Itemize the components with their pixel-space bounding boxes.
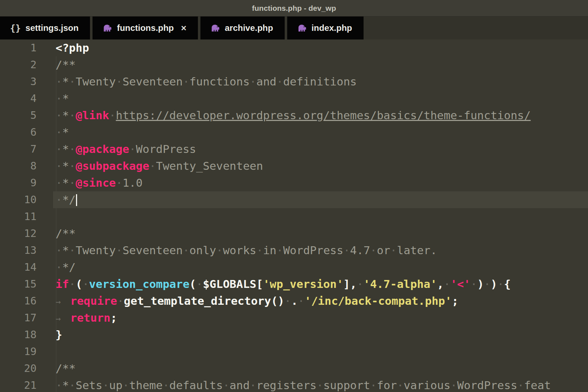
line-number: 7 bbox=[0, 141, 37, 158]
code-line-content[interactable] bbox=[53, 343, 588, 360]
line-number: 10 bbox=[0, 191, 37, 208]
line-number: 13 bbox=[0, 242, 37, 259]
code-line-7: 7·*·@package·WordPress bbox=[0, 141, 588, 158]
code-line-4: 4·* bbox=[0, 90, 588, 107]
code-line-content[interactable]: <?php bbox=[53, 39, 588, 56]
titlebar[interactable]: functions.php - dev_wp bbox=[0, 0, 588, 17]
code-line-12: 12/** bbox=[0, 225, 588, 242]
line-number: 6 bbox=[0, 124, 37, 141]
php-elephant-icon bbox=[103, 23, 113, 33]
code-line-6: 6·* bbox=[0, 124, 588, 141]
line-number: 14 bbox=[0, 259, 37, 276]
code-line-3: 3·*·Twenty·Seventeen·functions·and·defin… bbox=[0, 73, 588, 90]
line-number: 19 bbox=[0, 343, 37, 360]
code-line-content[interactable]: /** bbox=[53, 360, 588, 377]
line-number: 16 bbox=[0, 293, 37, 309]
close-tab-icon[interactable]: × bbox=[181, 23, 186, 33]
code-line-content[interactable]: ·*·Twenty·Seventeen·functions·and·defini… bbox=[53, 73, 588, 90]
line-number: 8 bbox=[0, 158, 37, 174]
tab-settings.json[interactable]: {}settings.json bbox=[0, 17, 90, 39]
code-line-11: 11 bbox=[0, 208, 588, 225]
line-number: 11 bbox=[0, 208, 37, 225]
line-number: 21 bbox=[0, 377, 37, 392]
tab-index.php[interactable]: index.php bbox=[287, 17, 364, 39]
tab-archive.php[interactable]: archive.php bbox=[200, 17, 285, 39]
code-line-content[interactable]: ·*/ bbox=[53, 259, 588, 276]
line-number: 4 bbox=[0, 90, 37, 107]
code-line-14: 14·*/ bbox=[0, 259, 588, 276]
code-line-content[interactable]: ·*·Twenty·Seventeen·only·works·in·WordPr… bbox=[53, 242, 588, 259]
braces-icon: {} bbox=[10, 23, 21, 33]
php-elephant-icon bbox=[297, 23, 307, 33]
line-number: 17 bbox=[0, 309, 37, 326]
code-lines: 1<?php2/**3·*·Twenty·Seventeen·functions… bbox=[0, 39, 588, 392]
tab-functions.php[interactable]: functions.php× bbox=[93, 17, 198, 39]
tab-bar: {}settings.jsonfunctions.php×archive.php… bbox=[0, 17, 588, 39]
code-line-content[interactable]: ·*·@link·https://developer.wordpress.org… bbox=[53, 107, 588, 124]
code-line-9: 9·*·@since·1.0 bbox=[0, 174, 588, 191]
php-elephant-icon bbox=[210, 23, 220, 33]
tab-label: archive.php bbox=[225, 23, 273, 33]
code-line-15: 15if·(·version_compare(·$GLOBALS['wp_ver… bbox=[0, 276, 588, 293]
editor-window: functions.php - dev_wp {}settings.jsonfu… bbox=[0, 0, 588, 392]
code-line-content[interactable]: ·*/ bbox=[53, 191, 588, 208]
code-line-content[interactable]: /** bbox=[53, 225, 588, 242]
window-title: functions.php - dev_wp bbox=[252, 4, 336, 13]
code-line-17: 17→return; bbox=[0, 309, 588, 326]
tab-label: index.php bbox=[312, 23, 352, 33]
line-number: 12 bbox=[0, 225, 37, 242]
code-line-content[interactable]: } bbox=[53, 326, 588, 343]
code-line-content[interactable]: →return; bbox=[53, 309, 588, 326]
code-line-8: 8·*·@subpackage·Twenty_Seventeen bbox=[0, 158, 588, 174]
code-line-20: 20/** bbox=[0, 360, 588, 377]
code-line-5: 5·*·@link·https://developer.wordpress.or… bbox=[0, 107, 588, 124]
line-number: 9 bbox=[0, 174, 37, 191]
line-number: 18 bbox=[0, 326, 37, 343]
line-number: 1 bbox=[0, 39, 37, 56]
code-line-content[interactable]: if·(·version_compare(·$GLOBALS['wp_versi… bbox=[53, 276, 588, 293]
code-line-content[interactable]: ·*·@subpackage·Twenty_Seventeen bbox=[53, 158, 588, 174]
line-number: 5 bbox=[0, 107, 37, 124]
line-number: 15 bbox=[0, 276, 37, 293]
line-number: 2 bbox=[0, 56, 37, 73]
code-line-content[interactable]: ·* bbox=[53, 90, 588, 107]
tab-label: functions.php bbox=[117, 23, 174, 33]
code-line-content[interactable]: ·*·@since·1.0 bbox=[53, 174, 588, 191]
code-line-21: 21·*·Sets·up·theme·defaults·and·register… bbox=[0, 377, 588, 392]
code-line-19: 19 bbox=[0, 343, 588, 360]
code-line-content[interactable]: /** bbox=[53, 56, 588, 73]
code-line-content[interactable] bbox=[53, 208, 588, 225]
code-line-18: 18} bbox=[0, 326, 588, 343]
line-number: 20 bbox=[0, 360, 37, 377]
tab-label: settings.json bbox=[25, 23, 79, 33]
code-line-content[interactable]: ·*·Sets·up·theme·defaults·and·registers·… bbox=[53, 377, 588, 392]
code-line-content[interactable]: ·*·@package·WordPress bbox=[53, 141, 588, 158]
code-editor: 1<?php2/**3·*·Twenty·Seventeen·functions… bbox=[0, 39, 588, 392]
code-line-1: 1<?php bbox=[0, 39, 588, 56]
code-line-10: 10·*/ bbox=[0, 191, 588, 208]
line-number: 3 bbox=[0, 73, 37, 90]
code-line-16: 16→require·get_template_directory()·.·'/… bbox=[0, 293, 588, 309]
code-line-13: 13·*·Twenty·Seventeen·only·works·in·Word… bbox=[0, 242, 588, 259]
code-line-content[interactable]: →require·get_template_directory()·.·'/in… bbox=[53, 293, 588, 309]
text-cursor bbox=[76, 194, 77, 206]
code-line-2: 2/** bbox=[0, 56, 588, 73]
code-line-content[interactable]: ·* bbox=[53, 124, 588, 141]
